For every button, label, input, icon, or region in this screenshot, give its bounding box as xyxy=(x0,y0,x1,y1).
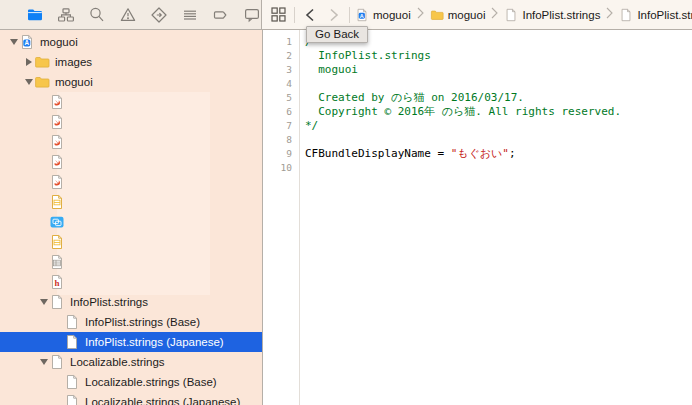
file-tree-label: Localizable.strings (Base) xyxy=(85,376,217,388)
project-navigator-icon[interactable] xyxy=(26,6,44,24)
code-line xyxy=(305,133,692,147)
header-file-icon: h xyxy=(49,274,65,290)
breadcrumb-chevron-icon xyxy=(491,6,498,24)
file-tree-row[interactable] xyxy=(0,152,262,172)
related-items-grid-icon[interactable] xyxy=(267,4,289,26)
file-tree-row[interactable]: images xyxy=(0,52,262,72)
breadcrumb-chevron-icon xyxy=(417,6,424,24)
line-number-gutter: 12345678910 xyxy=(263,30,300,405)
code-line: moguoi xyxy=(305,63,692,77)
line-number: 8 xyxy=(263,133,299,147)
comment-token: Created by のら猫 on 2016/03/17. xyxy=(305,91,524,104)
swift-file-icon xyxy=(49,94,65,110)
line-number: 7 xyxy=(263,119,299,133)
code-line: Created by のら猫 on 2016/03/17. xyxy=(305,91,692,105)
string-token: "もぐおい" xyxy=(451,147,509,160)
file-tree-row[interactable]: Amoguoi xyxy=(0,32,262,52)
swift-file-icon xyxy=(49,134,65,150)
forward-chevron-icon[interactable] xyxy=(322,4,344,26)
code-line: CFBundleDisplayName = "もぐおい"; xyxy=(305,147,692,161)
folder-file-icon xyxy=(34,74,50,90)
strings-file-icon xyxy=(49,354,65,370)
file-tree-row[interactable] xyxy=(0,192,262,212)
disclosure-triangle-icon[interactable] xyxy=(38,357,49,368)
svg-text:A: A xyxy=(25,39,30,46)
disclosure-spacer xyxy=(38,157,49,168)
comment-token: InfoPlist.strings xyxy=(305,49,431,62)
file-tree-row[interactable] xyxy=(0,212,262,232)
symbol-navigator-icon[interactable] xyxy=(57,6,75,24)
source-editor[interactable]: 12345678910 /* InfoPlist.strings moguoi … xyxy=(263,30,692,405)
search-navigator-icon[interactable] xyxy=(88,6,106,24)
disclosure-spacer xyxy=(53,397,64,405)
line-number: 4 xyxy=(263,77,299,91)
breadcrumb-item[interactable]: Amoguoi xyxy=(355,8,411,22)
svg-text:h: h xyxy=(54,278,59,288)
file-tree-label: moguoi xyxy=(40,36,78,48)
file-tree-row[interactable]: Localizable.strings xyxy=(0,352,262,372)
file-tree-row[interactable]: InfoPlist.strings xyxy=(0,292,262,312)
strings-file-icon xyxy=(64,394,80,405)
breadcrumb-item-label: moguoi xyxy=(448,9,486,21)
app-icon: A xyxy=(355,8,369,22)
disclosure-triangle-icon[interactable] xyxy=(38,297,49,308)
code-line xyxy=(305,77,692,91)
breadcrumb-item-label: InfoPlist.strings xyxy=(522,9,600,21)
file-tree-label: moguoi xyxy=(55,76,93,88)
doc-icon xyxy=(619,8,633,22)
code-line xyxy=(305,161,692,175)
breadcrumb-chevron-icon xyxy=(606,6,613,24)
breadcrumb-item[interactable]: InfoPlist.strin xyxy=(619,8,692,22)
doc-icon xyxy=(504,8,518,22)
file-tree-label: InfoPlist.strings (Base) xyxy=(85,316,200,328)
test-navigator-icon[interactable] xyxy=(150,6,168,24)
file-tree-row[interactable]: Localizable.strings (Base) xyxy=(0,372,262,392)
file-tree-row-selected[interactable]: InfoPlist.strings (Japanese) xyxy=(0,332,262,352)
comment-token: moguoi xyxy=(305,63,358,76)
file-tree-row[interactable] xyxy=(0,92,262,112)
navigator-selector-bar xyxy=(0,0,262,29)
go-back-tooltip: Go Back xyxy=(306,26,368,43)
disclosure-spacer xyxy=(38,117,49,128)
file-tree-label: InfoPlist.strings (Japanese) xyxy=(85,336,224,348)
file-tree-row[interactable] xyxy=(0,132,262,152)
file-tree-label: images xyxy=(55,56,92,68)
code-area[interactable]: /* InfoPlist.strings moguoi Created by の… xyxy=(300,30,692,405)
file-tree-row[interactable] xyxy=(0,232,262,252)
strings-file-icon xyxy=(49,294,65,310)
disclosure-triangle-icon[interactable] xyxy=(8,37,19,48)
breakpoint-navigator-icon[interactable] xyxy=(212,6,230,24)
app-file-icon: A xyxy=(19,34,35,50)
folder-icon xyxy=(430,8,444,22)
file-tree-row[interactable]: h xyxy=(0,272,262,292)
file-tree-row[interactable]: Localizable.strings (Japanese) xyxy=(0,392,262,405)
file-tree-row[interactable] xyxy=(0,252,262,272)
file-tree-row[interactable]: moguoi xyxy=(0,72,262,92)
swift-file-icon xyxy=(49,174,65,190)
storyboard-file-icon xyxy=(49,234,65,250)
breadcrumb-item-label: moguoi xyxy=(373,9,411,21)
swift-file-icon xyxy=(49,114,65,130)
plain-token: ; xyxy=(509,147,516,160)
breadcrumb-item[interactable]: InfoPlist.strings xyxy=(504,8,600,22)
disclosure-spacer xyxy=(38,177,49,188)
file-tree-row[interactable] xyxy=(0,112,262,132)
disclosure-spacer xyxy=(53,337,64,348)
file-tree-label: Localizable.strings xyxy=(70,356,165,368)
comment-token: */ xyxy=(305,119,318,132)
report-navigator-icon[interactable] xyxy=(243,6,261,24)
line-number: 10 xyxy=(263,161,299,175)
issue-navigator-icon[interactable] xyxy=(119,6,137,24)
code-line: Copyright © 2016年 のら猫. All rights reserv… xyxy=(305,105,692,119)
storyboard-file-icon xyxy=(49,194,65,210)
back-chevron-icon[interactable] xyxy=(300,4,322,26)
file-tree-row[interactable] xyxy=(0,172,262,192)
disclosure-spacer xyxy=(38,217,49,228)
line-number: 5 xyxy=(263,91,299,105)
disclosure-triangle-icon[interactable] xyxy=(23,57,34,68)
breadcrumb-item[interactable]: moguoi xyxy=(430,8,486,22)
line-number: 6 xyxy=(263,105,299,119)
file-tree-row[interactable]: InfoPlist.strings (Base) xyxy=(0,312,262,332)
disclosure-triangle-icon[interactable] xyxy=(23,77,34,88)
debug-navigator-icon[interactable] xyxy=(181,6,199,24)
